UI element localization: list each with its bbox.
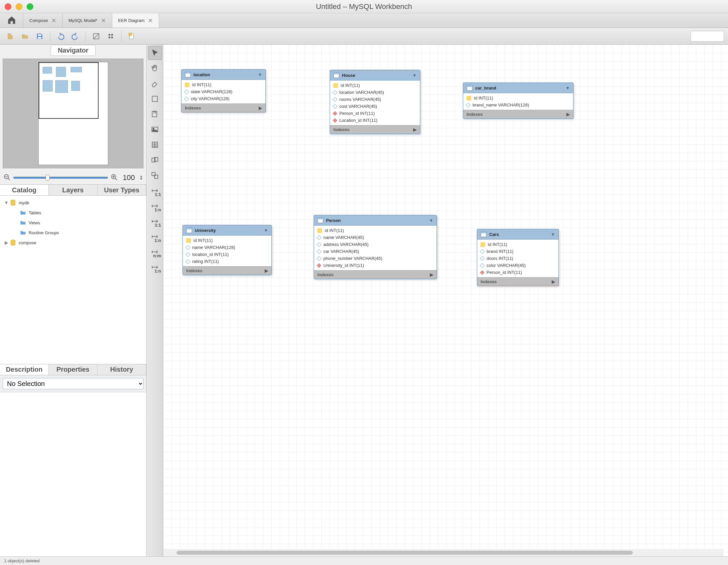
layer-tool[interactable]: [148, 92, 162, 106]
diagram-canvas[interactable]: location▼id INT(11)state VARCHAR(128)cit…: [163, 45, 728, 556]
note-tool[interactable]: N: [148, 107, 162, 121]
eraser-tool[interactable]: [148, 77, 162, 91]
image-tool[interactable]: [148, 123, 162, 137]
column-row[interactable]: state VARCHAR(128): [182, 88, 265, 95]
expand-icon[interactable]: ▶: [413, 127, 417, 132]
column-row[interactable]: Person_id INT(11): [330, 110, 420, 117]
column-row[interactable]: rating INT(11): [183, 258, 271, 265]
horizontal-scrollbar[interactable]: [163, 549, 723, 556]
entity-indexes[interactable]: Indexes▶: [477, 277, 558, 286]
open-file-button[interactable]: [19, 30, 31, 42]
rel-1nb-tool[interactable]: 1:n: [148, 230, 162, 244]
routine-tool[interactable]: [148, 168, 162, 182]
zoom-in-icon[interactable]: [111, 174, 118, 182]
window-close-button[interactable]: [5, 3, 11, 10]
close-icon[interactable]: ✕: [101, 17, 106, 24]
bird-eye-view[interactable]: [3, 59, 144, 168]
entity-indexes[interactable]: Indexes▶: [314, 270, 437, 279]
zoom-slider[interactable]: [13, 177, 108, 179]
entity-indexes[interactable]: Indexes▶: [463, 110, 573, 119]
column-row[interactable]: city VARCHAR(128): [182, 95, 265, 102]
expand-icon[interactable]: ▶: [430, 272, 433, 277]
column-row[interactable]: doors INT(11): [477, 255, 558, 262]
column-row[interactable]: Person_id INT(11): [477, 269, 558, 276]
column-row[interactable]: id INT(11): [183, 237, 271, 244]
entity-cars[interactable]: Cars▼id INT(11)brand INT(11)doors INT(11…: [477, 229, 559, 286]
save-button[interactable]: [33, 30, 46, 42]
catalog-db-row[interactable]: ▶compose: [1, 238, 145, 248]
undo-button[interactable]: [54, 30, 67, 42]
pointer-tool[interactable]: [148, 46, 162, 60]
catalog-folder-row[interactable]: Routine Groups: [1, 228, 145, 238]
new-file-button[interactable]: [4, 30, 17, 42]
catalog-folder-row[interactable]: Tables: [1, 208, 145, 218]
navigator-tab[interactable]: Navigator: [51, 45, 95, 56]
column-row[interactable]: color VARCHAR(45): [477, 262, 558, 269]
column-row[interactable]: id INT(11): [330, 82, 420, 89]
column-row[interactable]: address VARCHAR(45): [314, 241, 437, 248]
new-document-button[interactable]: [126, 30, 138, 42]
column-row[interactable]: id INT(11): [314, 227, 437, 234]
close-icon[interactable]: ✕: [148, 17, 153, 24]
entity-header[interactable]: car_brand▼: [463, 83, 573, 93]
column-row[interactable]: location VARCHAR(45): [330, 89, 420, 96]
catalog-tab[interactable]: User Types: [98, 185, 146, 195]
column-row[interactable]: rooms VARCHAR(45): [330, 96, 420, 103]
collapse-icon[interactable]: ▼: [551, 232, 555, 237]
entity-indexes[interactable]: Indexes▶: [183, 266, 271, 275]
entity-header[interactable]: Person▼: [314, 215, 437, 226]
description-tab[interactable]: Description: [0, 364, 49, 375]
disclosure-icon[interactable]: ▶: [3, 240, 9, 245]
home-tab[interactable]: [0, 13, 23, 28]
document-tab[interactable]: Compose✕: [23, 13, 63, 28]
column-row[interactable]: name VARCHAR(128): [183, 244, 271, 251]
description-tab[interactable]: History: [98, 364, 146, 375]
zoom-out-icon[interactable]: [3, 174, 11, 182]
collapse-icon[interactable]: ▼: [264, 228, 268, 233]
column-row[interactable]: id INT(11): [477, 241, 558, 248]
column-row[interactable]: location_id INT(11): [183, 251, 271, 258]
entity-header[interactable]: location▼: [182, 70, 265, 80]
column-row[interactable]: name VARCHAR(45): [314, 234, 437, 241]
align-grid-button[interactable]: [105, 30, 117, 42]
expand-icon[interactable]: ▶: [552, 279, 555, 284]
collapse-icon[interactable]: ▼: [565, 86, 570, 91]
entity-header[interactable]: University▼: [183, 225, 271, 236]
toggle-grid-button[interactable]: [90, 30, 103, 42]
toolbar-search-input[interactable]: [691, 31, 724, 42]
entity-car_brand[interactable]: car_brand▼id INT(11)brand_name VARCHAR(1…: [463, 83, 573, 119]
description-tab[interactable]: Properties: [49, 364, 97, 375]
document-tab[interactable]: EER Diagram✕: [112, 13, 159, 28]
description-selector[interactable]: No Selection: [3, 378, 144, 389]
catalog-db-row[interactable]: ▼mydb: [1, 198, 145, 208]
collapse-icon[interactable]: ▼: [258, 72, 262, 77]
rel-1n-tool[interactable]: 1:n: [148, 199, 162, 213]
column-row[interactable]: phone_number VARCHAR(45): [314, 255, 437, 262]
column-row[interactable]: brand_name VARCHAR(128): [463, 102, 573, 109]
catalog-folder-row[interactable]: Views: [1, 218, 145, 228]
entity-indexes[interactable]: Indexes▶: [330, 125, 420, 134]
column-row[interactable]: cost VARCHAR(45): [330, 103, 420, 110]
hand-tool[interactable]: [148, 61, 162, 75]
entity-person[interactable]: Person▼id INT(11)name VARCHAR(45)address…: [314, 215, 437, 279]
catalog-tab[interactable]: Catalog: [0, 185, 49, 195]
expand-icon[interactable]: ▶: [566, 112, 570, 117]
entity-house[interactable]: House▼id INT(11)location VARCHAR(45)room…: [330, 70, 420, 134]
rel-1nc-tool[interactable]: 1:n: [148, 260, 162, 274]
table-tool[interactable]: [148, 138, 162, 152]
window-zoom-button[interactable]: [27, 3, 33, 10]
column-row[interactable]: brand INT(11): [477, 248, 558, 255]
disclosure-icon[interactable]: ▼: [3, 200, 9, 205]
collapse-icon[interactable]: ▼: [429, 218, 433, 223]
column-row[interactable]: Location_id INT(11): [330, 117, 420, 124]
window-minimize-button[interactable]: [16, 3, 22, 10]
entity-header[interactable]: Cars▼: [477, 229, 558, 240]
catalog-tab[interactable]: Layers: [49, 185, 97, 195]
collapse-icon[interactable]: ▼: [412, 73, 417, 78]
column-row[interactable]: car VARCHAR(45): [314, 248, 437, 255]
column-row[interactable]: University_id INT(11): [314, 262, 437, 269]
close-icon[interactable]: ✕: [51, 17, 56, 24]
entity-indexes[interactable]: Indexes▶: [182, 104, 265, 112]
entity-university[interactable]: University▼id INT(11)name VARCHAR(128)lo…: [182, 225, 272, 275]
document-tab[interactable]: MySQL Model*✕: [63, 13, 112, 28]
